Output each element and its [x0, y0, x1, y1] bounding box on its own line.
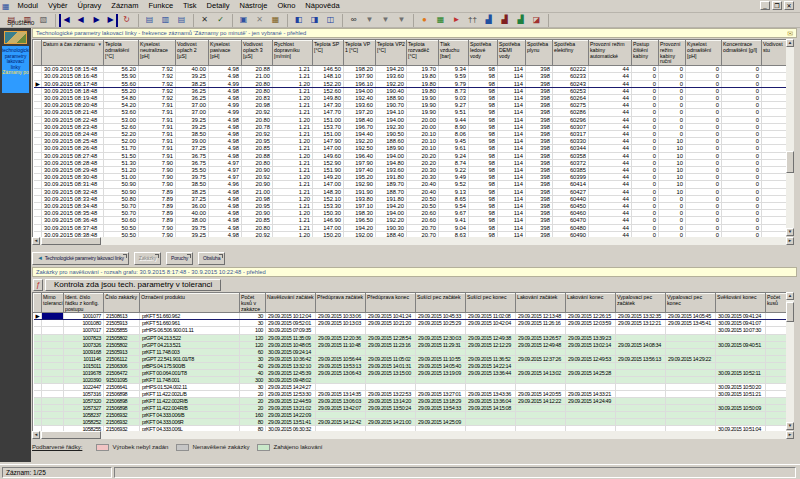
chart-icon[interactable]: ▟ [481, 14, 496, 27]
table-row[interactable]: 30.09.2015 08:19:4854.807.9236.254.9820.… [34, 95, 787, 102]
paste-icon[interactable]: ▦ [268, 14, 283, 27]
row-selector[interactable] [34, 109, 42, 116]
parameters-hscrollbar[interactable]: ◄ ► [32, 237, 794, 245]
menu-item-modul[interactable]: Modul [13, 0, 43, 12]
filter-clear-icon[interactable]: ▼ [394, 14, 409, 27]
new-record-icon[interactable]: ▤ [142, 14, 157, 27]
column-header[interactable]: Předúprava začátek [316, 294, 366, 313]
chart-red-icon[interactable]: ▟ [497, 14, 512, 27]
orders-hscrollbar[interactable]: ◄ ► [32, 431, 794, 439]
column-header[interactable]: Koncentrace odmaštění [g/l] [722, 41, 762, 66]
table-row[interactable]: 30.09.2015 08:27:4851.507.9136.754.9820.… [34, 152, 787, 159]
table-row[interactable]: 30.09.2015 08:23:4852.607.9139.254.9820.… [34, 123, 787, 130]
column-header[interactable]: Tlak vzduchu [bar] [439, 41, 469, 66]
column-header[interactable]: Počet kusů v zakázce [240, 294, 266, 313]
row-selector[interactable] [34, 412, 42, 419]
next-record-icon[interactable]: ▶ [89, 14, 104, 27]
tolerance-check-button[interactable]: Kontrola zda jsou tech. parametry v tole… [45, 279, 221, 291]
column-header[interactable]: Vodivost stu [762, 41, 787, 66]
scroll-thumb[interactable] [786, 302, 794, 322]
column-header[interactable]: Postup čištění kabiny [632, 41, 659, 66]
table-view-icon[interactable]: ▦ [433, 14, 448, 27]
table-row[interactable]: 100782321505802prGPT 04.213.52212029.09.… [34, 334, 787, 341]
column-header[interactable]: Lakování konec [566, 294, 616, 313]
sort-desc-icon[interactable]: ▼ [98, 42, 102, 48]
column-header[interactable]: Kyselost neutralizace [pH] [139, 41, 176, 66]
table-row[interactable]: 30.09.2015 08:35:4850.707.8940.004.9820.… [34, 210, 787, 217]
column-header[interactable]: Označení produktu [140, 294, 240, 313]
close-module-icon[interactable]: ◪ [529, 14, 544, 27]
menu-item-záznam[interactable]: Záznam [106, 0, 143, 12]
table-row[interactable]: ▶30.09.2015 08:17:4855.607.9238.254.9920… [34, 80, 787, 87]
export-icon[interactable]: ▧ [36, 14, 51, 27]
table-row[interactable]: 30.09.2015 08:29:4851.207.9035.504.9720.… [34, 167, 787, 174]
row-selector[interactable] [34, 181, 42, 188]
column-header[interactable]: Vypalovací pec konec [666, 294, 716, 313]
go-icon[interactable]: ► [449, 14, 464, 27]
column-header[interactable]: Sušící pec začátek [416, 294, 466, 313]
row-selector[interactable] [34, 203, 42, 210]
row-selector[interactable] [34, 95, 42, 102]
search-icon[interactable]: ∞ [346, 14, 361, 27]
column-header[interactable]: Teplota odmaštění [°C] [104, 41, 139, 66]
row-selector[interactable] [34, 159, 42, 166]
table-row[interactable]: 30.09.2015 08:16:4855.907.9239.254.9821.… [34, 73, 787, 80]
column-header[interactable]: Ident. číslo řádku z konfig. postupu [64, 294, 104, 313]
table-row[interactable]: 105825221506932prKFT 04.333.006R8029.09.… [34, 419, 787, 426]
column-header[interactable]: Vodivost oplach 2 [µS] [176, 41, 209, 66]
table-row[interactable]: 30.09.2015 08:21:4853.607.9137.004.9920.… [34, 109, 787, 116]
table-row[interactable]: 101114621506112prGPT 22.541.901.01/T8302… [34, 355, 787, 362]
column-header[interactable]: Navěšování začátek [266, 294, 316, 313]
row-selector[interactable] [34, 174, 42, 181]
table-row[interactable]: 30.09.2015 08:36:4850.607.8938.004.9820.… [34, 217, 787, 224]
row-selector[interactable] [34, 390, 42, 397]
column-header[interactable]: Teplota VP2 [°C] [376, 41, 407, 66]
menu-item-úpravy[interactable]: Úpravy [73, 0, 107, 12]
row-selector[interactable] [34, 87, 42, 94]
column-header[interactable]: Provozní režim kabiny ruční [659, 41, 686, 66]
row-selector[interactable] [34, 327, 42, 334]
table-row[interactable]: 105732721506898prKFT 11.422.004R/B2029.0… [34, 405, 787, 412]
menu-item-detaily[interactable]: Detaily [202, 0, 235, 12]
column-header[interactable]: Spotřeba DEMI vody [498, 41, 526, 66]
parameters-vscrollbar[interactable]: ▲ ▼ [786, 39, 794, 236]
restore-icon[interactable]: ❐ [772, 1, 782, 10]
row-selector[interactable] [34, 116, 42, 123]
time-icon[interactable]: ● [417, 14, 432, 27]
tab-technologicke-parametry[interactable]: ◄Technologické parametry lakovací linky [32, 252, 129, 265]
table-row[interactable]: 30.09.2015 08:18:4855.207.9236.254.9820.… [34, 87, 787, 94]
scroll-right-icon[interactable]: ► [786, 431, 794, 439]
table-row[interactable]: 30.09.2015 08:15:4856.207.9240.004.9820.… [34, 66, 787, 73]
table-row[interactable]: 30.09.2015 08:32:4850.907.8938.254.9821.… [34, 188, 787, 195]
scroll-up-icon[interactable]: ▲ [786, 292, 794, 300]
table-row[interactable]: 105731621506898prKFT 11.422.002L/B2029.0… [34, 390, 787, 397]
minimize-icon[interactable]: _ [760, 1, 770, 10]
mail-icon[interactable]: ✉ [787, 29, 793, 38]
column-header[interactable]: Spotřeba plynu [526, 41, 553, 66]
column-header[interactable]: Teplota rozvaděč [°C] [407, 41, 439, 66]
table-row[interactable]: 30.09.2015 08:34:4850.707.8936.004.9820.… [34, 203, 787, 210]
scroll-thumb[interactable] [786, 151, 794, 173]
column-header[interactable]: Počet kusů [766, 294, 787, 313]
scroll-left-icon[interactable]: ◄ [32, 237, 40, 245]
table-row[interactable]: 30.09.2015 08:26:4851.707.9137.254.9820.… [34, 145, 787, 152]
row-selector[interactable] [34, 320, 42, 327]
filter-add-icon[interactable]: ▼ [378, 14, 393, 27]
table-row[interactable]: 100916821505913prKFT 11.748.0036030.09.2… [34, 348, 787, 355]
column-header[interactable]: Vodivost oplach 3 [µS] [242, 41, 273, 66]
row-selector[interactable] [34, 334, 42, 341]
copy-record-icon[interactable]: ▥ [158, 14, 173, 27]
row-selector[interactable] [34, 102, 42, 109]
row-selector[interactable] [34, 348, 42, 355]
first-record-icon[interactable]: ◀ [59, 14, 72, 27]
row-selector[interactable] [34, 405, 42, 412]
refresh-icon[interactable]: ↻ [119, 14, 134, 27]
column-header[interactable]: Kyselost pasivace [pH] [209, 41, 242, 66]
row-selector[interactable] [34, 397, 42, 404]
row-selector[interactable] [34, 217, 42, 224]
column-header[interactable]: Teplota SP [°C] [313, 41, 344, 66]
table-row[interactable]: 30.09.2015 08:24:4852.207.9138.504.9820.… [34, 131, 787, 138]
column-header[interactable]: Rychlost dopravníku [m/min] [273, 41, 313, 66]
column-header[interactable]: Sušící pec konec [466, 294, 516, 313]
table-row[interactable]: 30.09.2015 08:37:4850.507.9039.754.9820.… [34, 224, 787, 231]
